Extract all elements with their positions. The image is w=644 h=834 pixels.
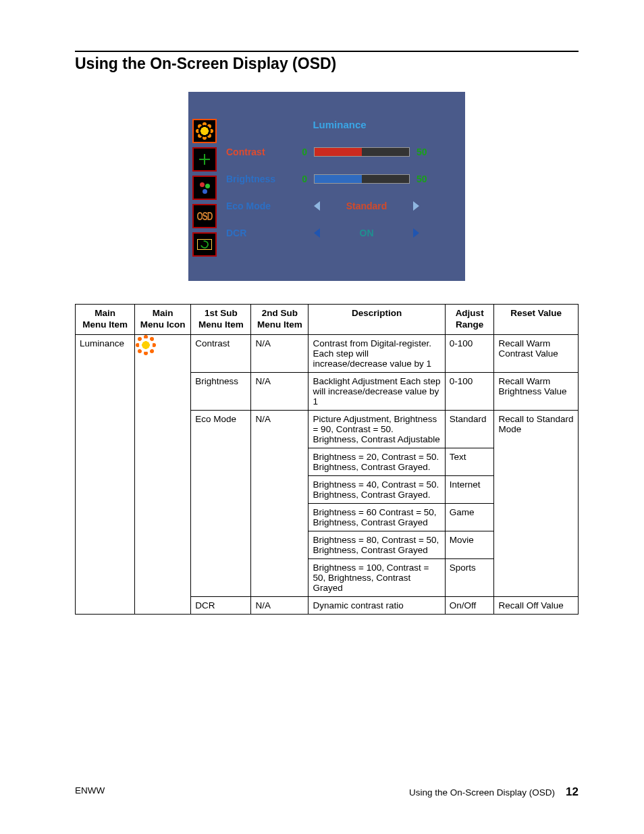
- cell-sub2: N/A: [251, 372, 308, 410]
- page-number: 12: [566, 785, 579, 799]
- cell-desc: Dynamic contrast ratio: [308, 596, 445, 614]
- cell-range: Game: [445, 503, 494, 531]
- cell-range: On/Off: [445, 596, 494, 614]
- cell-range: Internet: [445, 475, 494, 503]
- cell-sub2: N/A: [251, 410, 308, 596]
- cell-reset: Recall Warm Brightness Value: [494, 372, 579, 410]
- osd-eco-row[interactable]: Eco Mode Standard: [226, 192, 453, 219]
- cell-desc: Backlight Adjustment Each step will incr…: [308, 372, 445, 410]
- color-temp-icon[interactable]: [192, 176, 217, 200]
- right-arrow-icon[interactable]: [413, 228, 419, 238]
- cell-range: 0-100: [445, 372, 494, 410]
- osd-contrast-bar[interactable]: [314, 147, 410, 157]
- th-main-item: MainMenu Item: [76, 305, 135, 335]
- cell-reset: Recall Off Value: [494, 596, 579, 614]
- cell-sub2: N/A: [251, 596, 308, 614]
- osd-brightness-value: 50: [417, 174, 427, 184]
- cell-main-item: Luminance: [76, 334, 135, 614]
- th-1st-sub: 1st SubMenu Item: [191, 305, 251, 335]
- th-reset: Reset Value: [494, 305, 579, 335]
- cell-reset: Recall Warm Contrast Value: [494, 334, 579, 372]
- cell-range: Standard: [445, 410, 494, 448]
- osd-setup-icon[interactable]: OSD: [192, 204, 217, 228]
- cell-desc: Brightness = 80, Contrast = 50, Brightne…: [308, 531, 445, 558]
- cell-sub2: N/A: [251, 334, 308, 372]
- cell-main-icon: [135, 334, 191, 614]
- osd-brightness-label: Brightness: [226, 174, 291, 184]
- th-2nd-sub: 2nd SubMenu Item: [251, 305, 308, 335]
- osd-title: Luminance: [226, 119, 453, 130]
- osd-dcr-value: ON: [327, 228, 406, 238]
- section-heading: Using the On-Screen Display (OSD): [75, 55, 579, 73]
- luminance-icon: [139, 338, 153, 352]
- table-row: Luminance Contrast N/A Contrast from Dig…: [76, 334, 579, 372]
- cell-range: Movie: [445, 531, 494, 558]
- cell-sub1: Eco Mode: [191, 410, 251, 596]
- osd-brightness-row[interactable]: Brightness 0 50: [226, 165, 453, 192]
- th-range: AdjustRange: [445, 305, 494, 335]
- th-desc: Description: [308, 305, 445, 335]
- osd-dcr-label: DCR: [226, 228, 291, 238]
- osd-reference-table: MainMenu Item MainMenu Icon 1st SubMenu …: [75, 304, 579, 615]
- osd-contrast-label: Contrast: [226, 147, 291, 157]
- osd-dcr-row[interactable]: DCR ON: [226, 219, 453, 246]
- cell-reset: Recall to Standard Mode: [494, 410, 579, 596]
- cell-desc: Brightness = 40, Contrast = 50. Brightne…: [308, 475, 445, 503]
- cell-range: Sports: [445, 558, 494, 596]
- footer-section-title: Using the On-Screen Display (OSD): [409, 787, 555, 798]
- cell-sub1: DCR: [191, 596, 251, 614]
- footer-left: ENWW: [75, 785, 105, 799]
- extra-icon[interactable]: [192, 232, 217, 257]
- osd-brightness-min: 0: [298, 174, 307, 184]
- osd-contrast-value: 50: [417, 147, 427, 157]
- th-main-icon: MainMenu Icon: [135, 305, 191, 335]
- cell-desc: Contrast from Digital-register. Each ste…: [308, 334, 445, 372]
- right-arrow-icon[interactable]: [413, 201, 419, 211]
- page-footer: ENWW Using the On-Screen Display (OSD) 1…: [75, 785, 579, 799]
- osd-panel: OSD Luminance Contrast 0 50 Brightness 0: [188, 92, 465, 281]
- cell-desc: Picture Adjustment, Brightness = 90, Con…: [308, 410, 445, 448]
- osd-tab-strip: OSD: [188, 115, 222, 261]
- osd-brightness-bar[interactable]: [314, 174, 410, 184]
- cell-range: Text: [445, 448, 494, 475]
- cell-range: 0-100: [445, 334, 494, 372]
- osd-contrast-row[interactable]: Contrast 0 50: [226, 138, 453, 165]
- cell-desc: Brightness = 20, Contrast = 50. Brightne…: [308, 448, 445, 475]
- image-setup-icon[interactable]: [192, 147, 217, 172]
- cell-desc: Brightness = 60 Contrast = 50, Brightnes…: [308, 503, 445, 531]
- cell-sub1: Brightness: [191, 372, 251, 410]
- osd-contrast-min: 0: [298, 147, 307, 157]
- osd-eco-value: Standard: [327, 201, 406, 211]
- cell-sub1: Contrast: [191, 334, 251, 372]
- osd-eco-label: Eco Mode: [226, 201, 291, 211]
- cell-desc: Brightness = 100, Contrast = 50, Brightn…: [308, 558, 445, 596]
- luminance-icon[interactable]: [192, 119, 217, 143]
- left-arrow-icon[interactable]: [314, 228, 320, 238]
- left-arrow-icon[interactable]: [314, 201, 320, 211]
